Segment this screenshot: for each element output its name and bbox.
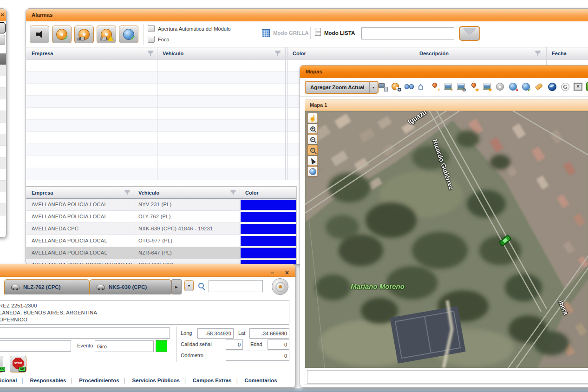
column-header-descripcion[interactable]: Descripción	[414, 47, 546, 60]
latitude-field[interactable]	[249, 328, 289, 339]
detail-titlebar[interactable]: – ×	[0, 264, 295, 277]
minimize-icon[interactable]: –	[270, 267, 274, 279]
globe-disconnect-button[interactable]: ×	[508, 82, 518, 91]
pointer-tool-button[interactable]	[307, 156, 318, 166]
tab-nlz-762[interactable]: NLZ-762 (CPC)	[4, 279, 90, 294]
list-item[interactable]	[0, 146, 6, 157]
search-location-button[interactable]	[391, 82, 401, 91]
list-item[interactable]	[0, 204, 6, 216]
direction-field[interactable]	[0, 340, 71, 352]
globe-send-button[interactable]: ✓	[119, 26, 138, 43]
link-servicios-publicos[interactable]: Servicios Públicos	[132, 378, 180, 383]
pan-tool-button[interactable]: ☝	[307, 113, 318, 123]
filter-funnel-icon[interactable]	[535, 51, 541, 56]
odometer-field[interactable]	[226, 351, 289, 361]
mute-button[interactable]	[30, 26, 49, 43]
georeference-input[interactable]	[0, 327, 170, 339]
add-current-zoom-button[interactable]: Agregar Zoom Actual ▼	[305, 81, 379, 94]
column-header-vehiculo[interactable]: Vehículo	[157, 47, 285, 60]
list-item[interactable]	[0, 99, 6, 111]
column-header-color[interactable]: Color	[287, 47, 414, 60]
tab-list-dropdown-button[interactable]: ▼	[184, 280, 194, 291]
list-item[interactable]	[0, 157, 6, 169]
list-item[interactable]	[0, 192, 6, 204]
column-header-color[interactable]: Color	[240, 187, 297, 199]
list-item[interactable]	[0, 181, 6, 192]
list-item[interactable]	[0, 65, 6, 76]
filter-funnel-icon[interactable]	[148, 51, 153, 56]
vehicle-row[interactable]: AVELLANEDA POLICIA LOCAL OTG-977 (PL)	[26, 235, 296, 247]
vehicle-alarm-button[interactable]	[74, 26, 94, 43]
google-earth-button[interactable]	[547, 82, 557, 91]
auto-open-checkbox[interactable]	[148, 25, 155, 32]
vehicle-row-selected[interactable]: AVELLANEDA POLICIA LOCAL NZR-647 (PL)	[26, 247, 296, 259]
column-header-empresa[interactable]: Empresa	[26, 47, 157, 60]
alarms-titlebar[interactable]: Alarmas	[26, 9, 588, 21]
tag-button[interactable]	[534, 82, 544, 91]
left-panel-button-2[interactable]	[0, 35, 5, 45]
close-icon[interactable]: ×	[285, 267, 289, 279]
vehicle-row[interactable]: AVELLANEDA POLICIA LOCAL NYV-231 (PL)	[26, 199, 296, 211]
stop-command-button[interactable]: STOP on	[10, 356, 26, 372]
link-comentarios[interactable]: Comentarios	[244, 378, 277, 383]
alarms-filter-button[interactable]	[459, 26, 480, 41]
vehicle-row[interactable]: AVELLANEDA CPC NXK-639 (CPC) 41846 - 192…	[26, 223, 296, 235]
google-maps-button[interactable]: G	[560, 82, 570, 91]
map-panel-header[interactable]: Mapa 1	[305, 99, 588, 111]
list-item[interactable]	[0, 169, 6, 181]
map-favorite-button[interactable]: ★	[482, 82, 492, 91]
longitude-field[interactable]	[197, 328, 234, 339]
add-map-view-button[interactable]: +	[443, 82, 453, 91]
event-field[interactable]	[95, 340, 154, 352]
link-campos-extras[interactable]: Campos Extras	[193, 378, 232, 383]
vehicle-warning-button[interactable]	[97, 26, 116, 43]
alarms-filter-input[interactable]	[361, 27, 454, 39]
close-view-button[interactable]: ×	[495, 82, 505, 91]
filter-funnel-icon[interactable]	[230, 190, 236, 196]
map-canvas[interactable]: Iguazú Ricardo Gutiérrez Iberá Mariano M…	[305, 111, 588, 368]
link-adicional[interactable]: dicional	[0, 378, 17, 383]
left-panel-button-1[interactable]	[0, 23, 5, 33]
vehicle-row[interactable]: AVELLANEDA POLICIA LOCAL OLY-762 (PL)	[26, 211, 296, 223]
next-tab-button[interactable]: ►	[171, 279, 182, 294]
list-item[interactable]	[0, 88, 6, 99]
chevron-down-icon[interactable]: ▼	[369, 82, 378, 93]
list-mode-button[interactable]: Modo LISTA	[324, 30, 355, 36]
left-window-titlebar[interactable]: ×	[0, 9, 6, 21]
column-header-empresa[interactable]: Empresa	[26, 187, 133, 199]
layers-button[interactable]	[586, 82, 588, 91]
add-pin-button[interactable]: +	[430, 82, 440, 91]
list-item[interactable]	[0, 111, 6, 123]
link-responsables[interactable]: Responsables	[30, 378, 66, 383]
partial-command-button[interactable]: on	[0, 356, 3, 372]
world-view-button[interactable]	[307, 166, 318, 176]
column-header-vehiculo[interactable]: Vehículo	[133, 187, 240, 199]
zoom-in-button[interactable]: +	[307, 124, 318, 134]
maps-titlebar[interactable]: Mapas	[300, 65, 588, 78]
globe-refresh-button[interactable]: ✓	[521, 82, 531, 91]
list-item[interactable]	[0, 76, 6, 88]
filter-funnel-icon[interactable]	[275, 51, 281, 56]
acknowledge-alarm-button[interactable]: ✓	[52, 26, 72, 43]
list-item[interactable]	[0, 123, 6, 134]
list-item[interactable]	[0, 216, 6, 227]
zoom-out-button[interactable]: −	[307, 134, 318, 144]
focus-checkbox[interactable]	[148, 36, 155, 43]
vehicle-search-input[interactable]	[209, 280, 263, 292]
filter-funnel-icon[interactable]	[124, 190, 130, 196]
signal-quality-field[interactable]	[226, 340, 243, 350]
column-header-fecha[interactable]: Fecha	[546, 47, 588, 60]
home-view-button[interactable]: ⌂	[417, 82, 427, 91]
link-procedimientos[interactable]: Procedimientos	[79, 378, 119, 383]
tab-nks-030[interactable]: NKS-030 (CPC)	[90, 279, 171, 294]
send-to-monitor-button[interactable]	[378, 82, 388, 91]
grid-mode-button[interactable]: Modo GRILLA	[273, 30, 309, 36]
locate-button[interactable]	[272, 278, 288, 295]
pin-favorite-button[interactable]: ★	[469, 82, 479, 91]
zoom-window-button[interactable]: ▫	[307, 145, 318, 155]
no-image-button[interactable]: ×	[573, 82, 583, 91]
binoculars-button[interactable]	[404, 82, 414, 91]
map-settings-button[interactable]: ⚙	[456, 82, 466, 91]
age-field[interactable]	[268, 340, 289, 350]
list-item[interactable]	[0, 134, 6, 146]
